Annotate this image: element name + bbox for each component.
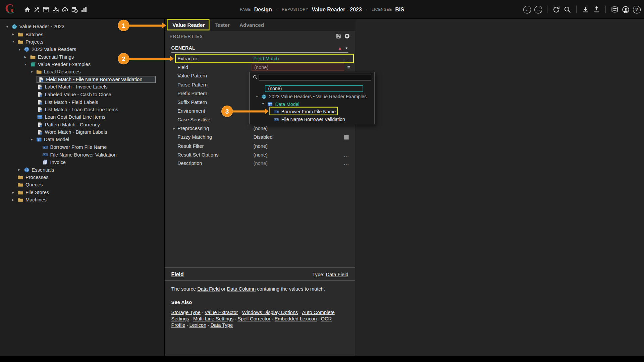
tree-item-list-match-loan-cost-line-items[interactable]: List Match - Loan Cost Line Items (0, 106, 164, 113)
property-row-preprocessing[interactable]: Preprocessing (none) (165, 124, 355, 133)
cloud-upload-icon[interactable] (62, 6, 69, 13)
help-type-link[interactable]: Data Field (326, 272, 348, 278)
stats-chart-icon[interactable] (80, 6, 88, 13)
dropdown-node-data-model[interactable]: Data Model (250, 101, 374, 108)
home-icon[interactable] (24, 6, 31, 13)
field-combo-editor[interactable]: (none) (252, 64, 344, 71)
refresh-icon[interactable] (552, 6, 560, 13)
back-button[interactable] (523, 6, 531, 13)
expand-chevron-icon[interactable] (173, 127, 175, 130)
batch-import-icon[interactable] (52, 6, 59, 13)
property-row-result-set-options[interactable]: Result Set Options (none) ... (165, 150, 355, 159)
document-pages-icon (42, 159, 48, 165)
chevron-down-icon[interactable] (256, 95, 261, 98)
property-row-description[interactable]: Description (none) ... (165, 159, 355, 168)
see-also-link[interactable]: Lexicon (190, 322, 207, 328)
chevron-right-icon[interactable] (12, 198, 17, 202)
chevron-down-icon[interactable] (31, 70, 36, 73)
chevron-down-icon[interactable] (6, 25, 11, 28)
general-section-label: GENERAL (171, 46, 195, 51)
tree-item-projects[interactable]: Projects (0, 38, 164, 45)
chevron-right-icon[interactable] (12, 191, 17, 194)
tree-item-local-resources[interactable]: Local Resources (0, 68, 164, 75)
disabled-checkbox[interactable] (344, 135, 348, 139)
tree-item-value-reader-2023[interactable]: Value Reader - 2023 (0, 23, 164, 31)
tree-item-processes[interactable]: Processes (0, 174, 164, 181)
tree-item-2023-value-readers[interactable]: 2023 Value Readers (0, 46, 164, 53)
context-breadcrumb: PAGE Design · REPOSITORY Value Reader - … (240, 0, 404, 19)
see-also-link[interactable]: Value Extractor (205, 309, 238, 315)
dropdown-menu-icon[interactable] (347, 64, 350, 70)
tree-item-borrower-from-file-name[interactable]: Borrower From File Name (0, 143, 164, 151)
tree-item-word-match-bigram-labels[interactable]: Word Match - Bigram Labels (0, 128, 164, 136)
tree-item-field-match-file-name-borrower-validation[interactable]: Field Match - File Name Borrower Validat… (0, 76, 164, 83)
tree-item-queues[interactable]: Queues (0, 181, 164, 188)
general-section-header[interactable]: GENERAL (171, 44, 348, 53)
save-icon[interactable] (335, 33, 341, 39)
chevron-down-icon[interactable] (24, 63, 30, 66)
see-also-link[interactable]: Multi Line Settings (193, 316, 233, 321)
tree-item-list-match-field-labels[interactable]: List Match - Field Labels (0, 98, 164, 106)
chevron-down-icon[interactable] (12, 40, 17, 43)
property-row-result-filter[interactable]: Result Filter (none) (165, 141, 355, 150)
ellipsis-button[interactable]: ... (344, 161, 349, 166)
chevron-down-icon[interactable] (18, 48, 23, 51)
user-account-icon[interactable] (622, 6, 630, 13)
chevron-right-icon[interactable] (18, 168, 23, 172)
property-row-field[interactable]: Field (none) (165, 63, 355, 72)
dropdown-option-none[interactable]: (none) (265, 85, 363, 92)
see-also-link[interactable]: Embedded Lexicon (275, 316, 317, 321)
see-also-link[interactable]: Storage Type (171, 309, 201, 315)
dropdown-option-file-name-borrower-validation[interactable]: File Name Borrower Validation (250, 116, 374, 123)
dropdown-search-input[interactable] (259, 74, 371, 80)
help-icon[interactable] (633, 6, 641, 13)
dropdown-option-borrower-from-file-name[interactable]: Borrower From File Name (250, 108, 374, 116)
forward-button[interactable] (534, 6, 542, 13)
chevron-down-icon[interactable] (31, 138, 36, 141)
chevron-right-icon[interactable] (12, 33, 17, 36)
tree-item-file-stores[interactable]: File Stores (0, 189, 164, 196)
see-also-link[interactable]: Windows Display Options (242, 309, 298, 315)
dropdown-node-project-path[interactable]: 2023 Value Readers • Value Reader Exampl… (250, 93, 374, 101)
batch-archive-icon[interactable] (43, 6, 50, 13)
tree-item-batches[interactable]: Batches (0, 31, 164, 38)
close-icon[interactable] (344, 33, 350, 39)
tree-item-loan-cost-detail-line-items[interactable]: Loan Cost Detail Line Items (0, 113, 164, 121)
tree-item-essential-things[interactable]: Essential Things (0, 53, 164, 60)
tools-icon[interactable] (33, 6, 40, 13)
stacks-icon[interactable] (611, 6, 619, 13)
upload-icon[interactable] (593, 6, 600, 13)
download-icon[interactable] (582, 6, 589, 13)
property-row-extractor[interactable]: Extractor Field Match ... (165, 54, 355, 63)
tree-item-invoice[interactable]: Invoice (0, 159, 164, 166)
ellipsis-button[interactable]: ... (344, 152, 349, 158)
licensee-value[interactable]: BIS (395, 6, 404, 12)
data-column-link[interactable]: Data Column (227, 286, 256, 292)
property-row-fuzzy-matching[interactable]: Fuzzy Matching Disabled (165, 133, 355, 141)
tab-tester[interactable]: Tester (210, 19, 234, 31)
grooper-logo[interactable]: G (5, 2, 14, 15)
tree-item-labeled-value-cash-to-close[interactable]: Labeled Value - Cash to Close (0, 91, 164, 98)
search-icon[interactable] (564, 6, 571, 13)
batch-pending-icon[interactable] (71, 6, 78, 13)
tree-item-essentials[interactable]: Essentials (0, 166, 164, 173)
ellipsis-button[interactable]: ... (344, 56, 349, 61)
tab-value-reader[interactable]: Value Reader (168, 19, 210, 31)
collapse-chevron-icon[interactable] (345, 46, 348, 50)
see-also-link[interactable]: Spell Corrector (237, 316, 270, 321)
project-icon (23, 167, 30, 173)
chevron-down-icon[interactable] (262, 103, 267, 106)
tree-item-data-model[interactable]: Data Model (0, 136, 164, 143)
tree-item-machines[interactable]: Machines (0, 196, 164, 203)
page-value[interactable]: Design (254, 6, 272, 12)
tree-item-pattern-match-currency[interactable]: Pattern Match - Currency (0, 121, 164, 128)
tree-item-file-name-borrower-validation[interactable]: File Name Borrower Validation (0, 151, 164, 158)
repository-value[interactable]: Value Reader - 2023 (312, 6, 362, 12)
data-field-link[interactable]: Data Field (197, 286, 220, 292)
folder-icon (36, 69, 42, 75)
tab-advanced[interactable]: Advanced (234, 19, 269, 31)
tree-item-value-reader-examples[interactable]: Value Reader Examples (0, 61, 164, 68)
see-also-link[interactable]: Data Type (210, 322, 233, 328)
tree-item-label-match-invoice-labels[interactable]: Label Match - Invoice Labels (0, 83, 164, 90)
chevron-right-icon[interactable] (24, 55, 30, 59)
